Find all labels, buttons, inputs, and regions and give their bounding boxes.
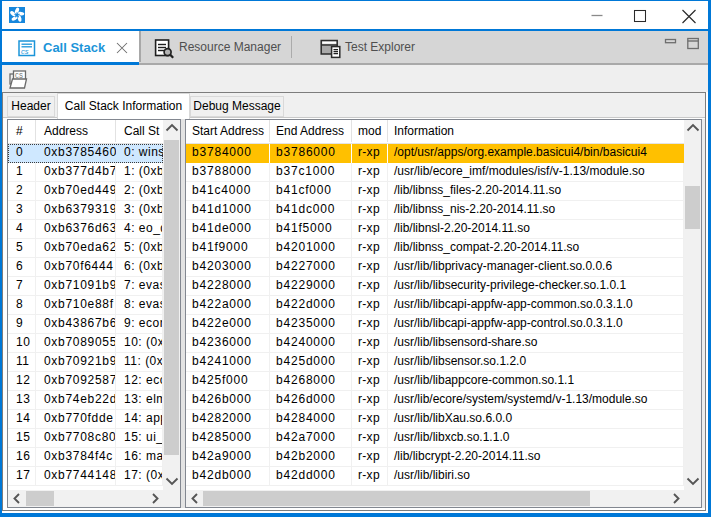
svg-text:cs: cs [21, 47, 29, 56]
